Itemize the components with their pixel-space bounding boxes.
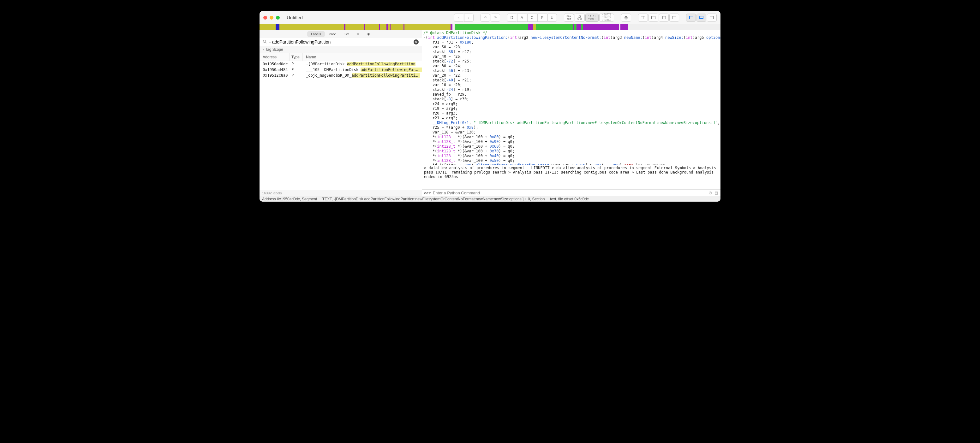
col-name[interactable]: Name xyxy=(303,53,422,61)
labels-table-header: Address Type Name xyxy=(259,53,422,61)
layout-left-panel-button[interactable] xyxy=(659,14,669,22)
svg-rect-3 xyxy=(625,16,627,19)
repl-prompt: >>> xyxy=(424,191,431,195)
search-input[interactable] xyxy=(272,40,414,44)
app-window: Untitled ‹ › ↶ ↷ DACPU mov add if(b) f(x… xyxy=(259,11,721,202)
status-bar: Address 0x1950ad0dc, Segment __TEXT, -[D… xyxy=(259,196,721,202)
labels-table-body: 0x1950ad0dcP-[DMPartitionDisk addPartiti… xyxy=(259,61,422,190)
flowchart-icon xyxy=(578,16,582,20)
asm-view-button[interactable]: mov add xyxy=(564,14,574,22)
repl-stop-button[interactable]: ⊘ xyxy=(708,190,712,195)
repl-input[interactable] xyxy=(433,191,706,195)
mode-P-button[interactable]: P xyxy=(537,14,547,22)
pseudo-code-button[interactable]: if(b) f(x); xyxy=(585,14,598,22)
search-row: ⌄ ✕ xyxy=(259,38,422,46)
nav-forward-button[interactable]: › xyxy=(464,14,474,22)
labels-panel: LabelsProc.Str☆◉ ⌄ ✕ Tag Scope Address T… xyxy=(259,30,422,196)
svg-point-5 xyxy=(263,40,266,43)
cpu-button[interactable] xyxy=(621,14,631,22)
layout-split-button[interactable] xyxy=(638,14,648,22)
tag-scope-row[interactable]: Tag Scope xyxy=(259,46,422,53)
left-tab-4[interactable]: ◉ xyxy=(363,31,374,37)
window-controls xyxy=(263,16,280,19)
table-row[interactable]: 0x1950ad0dcP-[DMPartitionDisk addPartiti… xyxy=(259,61,422,67)
left-tab-0[interactable]: Labels xyxy=(307,31,325,37)
layout-lines-button[interactable] xyxy=(669,14,679,22)
mode-C-button[interactable]: C xyxy=(527,14,537,22)
clear-search-button[interactable]: ✕ xyxy=(414,40,418,44)
nav-back-button[interactable]: ‹ xyxy=(454,14,463,22)
repl-trash-button[interactable]: 🗑 xyxy=(714,190,719,195)
main-area: LabelsProc.Str☆◉ ⌄ ✕ Tag Scope Address T… xyxy=(259,30,721,196)
labels-count: 16392 labels xyxy=(259,190,422,196)
zoom-window-button[interactable] xyxy=(276,16,280,19)
left-tabs: LabelsProc.Str☆◉ xyxy=(259,30,422,38)
col-address[interactable]: Address xyxy=(259,53,290,61)
layout-dots-button[interactable] xyxy=(649,14,658,22)
toggle-bottom-panel-button[interactable] xyxy=(697,14,706,22)
svg-rect-4 xyxy=(625,17,627,18)
mode-U-button[interactable]: U xyxy=(547,14,557,22)
code-panel: /* @class DMPartitionDisk */ -(int)addPa… xyxy=(422,30,721,196)
cfg-view-button[interactable] xyxy=(574,14,585,22)
repl-row: >>> ⊘ 🗑 xyxy=(422,189,721,196)
close-window-button[interactable] xyxy=(263,16,267,19)
view-mode-group: DACPU xyxy=(507,14,557,22)
navigation-marker-icon: ↓ xyxy=(378,24,380,28)
svg-rect-0 xyxy=(579,16,580,17)
search-menu-chevron-icon[interactable]: ⌄ xyxy=(269,40,271,44)
svg-line-6 xyxy=(266,42,266,43)
minimize-window-button[interactable] xyxy=(270,16,274,19)
svg-rect-2 xyxy=(580,18,582,19)
console-output: > dataflow analysis of procedures in seg… xyxy=(422,165,721,189)
toggle-right-panel-button[interactable] xyxy=(707,14,717,22)
table-row[interactable]: 0x19512c8a0P_objc_msgSend$SK_DM_addParti… xyxy=(259,73,422,78)
mode-D-button[interactable]: D xyxy=(507,14,517,22)
redo-button[interactable]: ↷ xyxy=(491,14,500,22)
titlebar: Untitled ‹ › ↶ ↷ DACPU mov add if(b) f(x… xyxy=(259,11,721,24)
undo-button[interactable]: ↶ xyxy=(480,14,490,22)
left-tab-1[interactable]: Proc. xyxy=(325,31,340,37)
cpu-icon xyxy=(624,16,628,20)
left-tab-3[interactable]: ☆ xyxy=(353,31,363,37)
svg-rect-1 xyxy=(578,18,579,19)
left-tab-2[interactable]: Str xyxy=(340,31,353,37)
pseudo-code-view[interactable]: /* @class DMPartitionDisk */ -(int)addPa… xyxy=(422,30,721,165)
col-type[interactable]: Type xyxy=(290,53,303,61)
table-row[interactable]: 0x1950ad484P___105-[DMPartitionDisk addP… xyxy=(259,67,422,73)
window-title: Untitled xyxy=(287,15,303,20)
toggle-left-panel-button[interactable] xyxy=(686,14,696,22)
navigation-strip[interactable]: ↓ xyxy=(259,24,721,30)
search-icon xyxy=(262,40,267,44)
hex-view-button[interactable]: 496F78 706572 204469 xyxy=(599,14,614,22)
mode-A-button[interactable]: A xyxy=(517,14,527,22)
